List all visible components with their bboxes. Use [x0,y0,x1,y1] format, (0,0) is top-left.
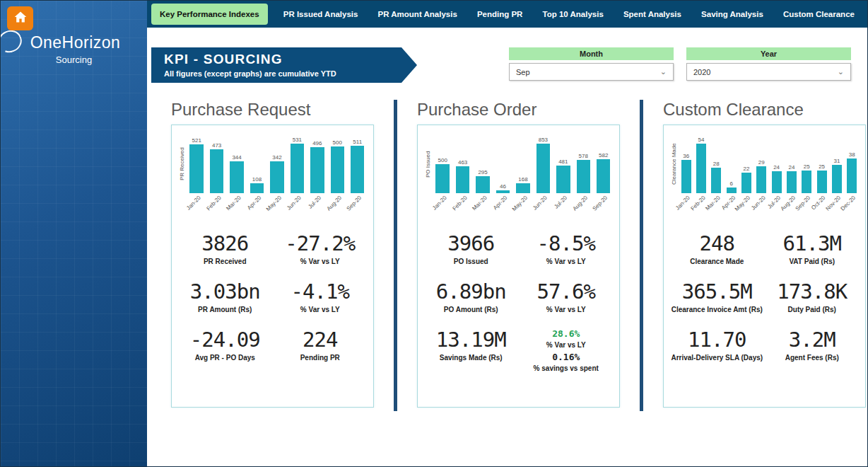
x-label: Feb-20 [208,193,225,217]
bar[interactable] [741,173,751,193]
top-nav: Key Performance IndexesPR Issued Analysi… [147,1,867,28]
tab-key-performance-indexes[interactable]: Key Performance Indexes [151,4,268,25]
stats-grid: 3826PR Received-27.2%% Var vs LY3.03bnPR… [177,233,368,362]
stat-cell: 173.8KDuty Paid (Rs) [765,281,860,313]
bar-column: 168 [515,176,532,193]
bar[interactable] [435,164,450,193]
x-label: May-20 [515,193,532,217]
home-button[interactable] [7,6,33,30]
panel-card: Clearance Made36542862229242425253138Jan… [663,125,866,408]
x-label: Apr-20 [248,193,265,217]
bar-column: 473 [208,142,225,193]
bar[interactable] [536,144,551,193]
stat-value: 3966 [423,233,519,255]
x-label: Jun-20 [288,193,305,217]
x-axis-labels: Jan-20Feb-20Mar-20Apr-20May-20Jun-20Jul-… [679,193,860,217]
x-label: Jun-20 [534,193,551,217]
bar-column: 531 [288,137,305,193]
x-label: Mar-20 [228,193,245,217]
bar[interactable] [291,144,305,193]
bar[interactable] [727,188,737,193]
bar[interactable] [351,146,365,193]
panel-title: Purchase Request [171,100,374,120]
bar[interactable] [210,149,224,193]
bar[interactable] [802,171,811,193]
bar-value-label: 36 [683,153,689,159]
x-label: Sep-20 [349,193,366,217]
stat-label: Duty Paid (Rs) [765,306,860,313]
bar-column: 295 [474,169,491,193]
chart-plot: 50046329546168853481578582Jan-20Feb-20Ma… [433,134,614,221]
bar[interactable] [577,160,591,193]
stat-cell: 61.3MVAT Paid (Rs) [765,233,860,265]
stat-cell: 365.5MClearance Invoice Amt (Rs) [669,281,765,313]
panel-custom-clearance: Custom ClearanceClearance Made3654286222… [663,100,866,408]
y-axis-label: PR Received [177,134,187,195]
bar[interactable] [189,144,204,193]
bar[interactable] [832,165,842,193]
logo: OneHorizon Sourcing [1,33,147,65]
stat-value: 3.03bn [177,281,273,304]
bar[interactable] [250,183,264,193]
bar[interactable] [476,176,490,193]
bar-value-label: 54 [698,137,705,143]
stat-cell: -8.5%% Var vs LY [519,233,614,265]
bar-value-label: 511 [353,139,362,145]
filter-dropdown-month[interactable]: Sep⌄ [509,63,674,81]
bar-value-label: 168 [518,176,527,183]
sidebar-subtitle: Sourcing [1,54,147,65]
bar[interactable] [331,146,345,193]
stat-value: 28.6% [519,329,614,339]
filter-dropdown-year[interactable]: 2020⌄ [686,63,851,81]
bar[interactable] [456,166,470,193]
bar[interactable] [756,166,766,193]
stat-cell: 3.2MAgent Fees (Rs) [765,329,860,362]
bar[interactable] [230,161,244,193]
bar-column: 36 [680,153,692,193]
stat-label: VAT Paid (Rs) [765,258,860,265]
bar[interactable] [772,171,782,193]
bar[interactable] [681,160,691,193]
stat-cell: -4.1%% Var vs LY [273,281,368,313]
tab-spent-analysis[interactable]: Spent Analysis [619,10,686,18]
x-label: Sep-20 [595,193,612,217]
bar[interactable] [516,183,530,193]
panel-card: PO Issued50046329546168853481578582Jan-2… [417,125,620,408]
bar[interactable] [711,168,721,193]
bar[interactable] [787,171,797,193]
bar[interactable] [847,158,857,193]
stat-value: 365.5M [669,281,765,304]
tab-pr-amount-analysis[interactable]: PR Amount Analysis [374,10,462,18]
tab-pending-pr[interactable]: Pending PR [473,10,527,18]
page-subtitle: All figures (except graphs) are cumulati… [164,69,417,78]
tab-pr-issued-analysis[interactable]: PR Issued Analysis [279,10,363,18]
sidebar: OneHorizon Sourcing [1,1,147,466]
chart-plot: 36542862229242425253138Jan-20Feb-20Mar-2… [679,134,860,221]
x-axis-labels: Jan-20Feb-20Mar-20Apr-20May-20Jun-20Jul-… [187,193,368,217]
bar[interactable] [310,147,324,193]
filter-label-month: Month [509,47,674,60]
bar-chart: PO Issued50046329546168853481578582Jan-2… [423,134,614,221]
bar[interactable] [597,159,611,193]
bar-value-label: 473 [212,142,221,149]
chevron-down-icon: ⌄ [838,67,844,76]
stat-cell: 3.03bnPR Amount (Rs) [177,281,273,313]
bar[interactable] [270,161,284,193]
bar-column: 500 [329,139,346,193]
header-row: KPI - SOURCING All figures (except graph… [151,47,851,83]
chevron-down-icon: ⌄ [660,67,667,76]
bars-row: 50046329546168853481578582 [433,134,614,193]
stat-label: % savings vs spent [519,364,614,372]
tab-top-10-analysis[interactable]: Top 10 Analysis [539,10,608,18]
bar-column: 342 [269,154,286,193]
chart-plot: 521473344108342531496500511Jan-20Feb-20M… [187,134,368,221]
tab-custom-clearance[interactable]: Custom Clearance [779,10,859,18]
bar-column: 46 [494,183,511,193]
filter-month: MonthSep⌄ [509,47,674,81]
bar[interactable] [556,166,570,193]
stat-cell: 3966PO Issued [423,233,519,265]
bar[interactable] [696,144,706,193]
tab-saving-analysis[interactable]: Saving Analysis [697,10,768,18]
stat-value: 61.3M [765,233,860,255]
bar[interactable] [817,171,827,193]
